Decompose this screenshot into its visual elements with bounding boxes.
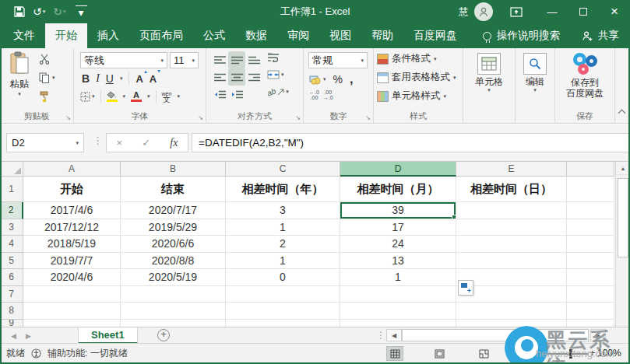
name-box[interactable]: D2▾ — [6, 133, 84, 152]
tab-数据[interactable]: 数据 — [235, 23, 277, 48]
decrease-indent-button[interactable] — [211, 86, 228, 103]
tab-开始[interactable]: 开始 — [45, 23, 87, 48]
clipboard-dialog-launcher[interactable]: ↘ — [65, 114, 71, 121]
cell-B6[interactable]: 2020/5/19 — [121, 269, 226, 286]
formula-input[interactable]: =DATEDIF(A2,B2,"M") — [192, 133, 630, 152]
vertical-scroll-thumb[interactable] — [618, 178, 628, 257]
cell-E3[interactable] — [456, 219, 567, 236]
paste-button[interactable]: 粘贴 ▾ — [5, 51, 34, 110]
italic-button[interactable]: I — [96, 72, 100, 85]
insert-function-button[interactable]: fx — [170, 137, 178, 149]
row-header-7[interactable]: 7 — [0, 286, 23, 303]
close-button[interactable]: × — [599, 0, 630, 23]
cell-F8[interactable] — [567, 303, 614, 320]
fill-color-button[interactable] — [107, 91, 118, 102]
alignment-dialog-launcher[interactable]: ↘ — [295, 114, 301, 121]
align-center-button[interactable] — [228, 68, 245, 86]
cell-styles-button[interactable]: 单元格样式▾ — [377, 89, 456, 103]
col-header-B[interactable]: B — [121, 162, 226, 177]
row-header-3[interactable]: 3 — [0, 219, 23, 236]
increase-decimal-button[interactable]: ←.0.00 — [309, 89, 319, 100]
cell-F5[interactable] — [567, 253, 614, 270]
comma-style-button[interactable]: , — [350, 72, 353, 86]
merge-center-button[interactable]: ▾ — [267, 68, 289, 81]
cancel-button[interactable]: × — [117, 137, 123, 149]
align-top-button[interactable] — [211, 51, 228, 68]
page-break-view-button[interactable] — [475, 346, 492, 361]
zoom-level[interactable]: 100% — [597, 348, 621, 359]
autofill-options-button[interactable]: + — [458, 280, 473, 296]
cell-F4[interactable] — [567, 236, 614, 253]
number-format-select[interactable]: 常规▾ — [308, 52, 368, 68]
sheetbar-splitter[interactable]: ⋮ — [376, 330, 385, 341]
tab-视图[interactable]: 视图 — [319, 23, 361, 48]
align-right-button[interactable] — [245, 68, 262, 86]
cell-A5[interactable]: 2019/7/7 — [23, 253, 121, 270]
customize-qat-button[interactable]: ▾ — [76, 5, 87, 19]
avatar[interactable] — [474, 2, 493, 21]
tab-帮助[interactable]: 帮助 — [361, 23, 403, 48]
row-header-8[interactable]: 8 — [0, 303, 23, 320]
cell-B7[interactable] — [121, 286, 226, 303]
cut-button[interactable] — [39, 53, 55, 65]
scroll-left-button[interactable]: ◀ — [386, 329, 402, 341]
cell-E2[interactable] — [456, 202, 567, 219]
bold-button[interactable]: B — [82, 72, 90, 85]
cell-F3[interactable] — [567, 219, 614, 236]
decrease-decimal-button[interactable]: .00→.0 — [323, 89, 333, 100]
cell-B4[interactable]: 2020/6/6 — [121, 236, 226, 253]
number-dialog-launcher[interactable]: ↘ — [365, 114, 371, 121]
cell-C7[interactable] — [226, 286, 340, 303]
copy-button[interactable]: ▾ — [39, 72, 55, 84]
cell-F2[interactable] — [567, 202, 614, 219]
orientation-button[interactable]: ab ▾ — [267, 86, 289, 98]
font-size-select[interactable]: 11▾ — [170, 52, 199, 68]
ribbon-display-options-icon[interactable] — [510, 7, 523, 17]
scroll-right-button[interactable]: ▶ — [590, 329, 606, 341]
tab-文件[interactable]: 文件 — [3, 23, 45, 48]
font-color-button[interactable]: A — [131, 92, 142, 102]
cell-E1[interactable]: 相差时间（日） — [456, 177, 567, 202]
sheet-next-button[interactable]: ▶ — [26, 332, 31, 340]
borders-button[interactable]: ▾ — [80, 92, 95, 102]
cell-A6[interactable]: 2020/4/6 — [23, 269, 121, 286]
col-header-D[interactable]: D — [340, 162, 456, 177]
row-header-1[interactable]: 1 — [0, 177, 23, 202]
format-as-table-button[interactable]: 套用表格格式▾ — [377, 70, 456, 85]
cell-A2[interactable]: 2017/4/6 — [23, 202, 121, 219]
cell-A7[interactable] — [23, 286, 121, 303]
cell-C3[interactable]: 1 — [226, 219, 340, 236]
tab-审阅[interactable]: 审阅 — [277, 23, 319, 48]
cell-C6[interactable]: 0 — [226, 269, 340, 286]
cell-B2[interactable]: 2020/7/17 — [121, 202, 226, 219]
col-header-C[interactable]: C — [226, 162, 340, 177]
redo-button[interactable]: ↻▾ — [50, 5, 69, 18]
select-all-corner[interactable] — [0, 162, 23, 177]
row-header-6[interactable]: 6 — [0, 269, 23, 286]
row-header-5[interactable]: 5 — [0, 253, 23, 270]
font-dialog-launcher[interactable]: ↘ — [198, 114, 203, 121]
grow-font-button[interactable]: A▲ — [136, 73, 143, 85]
align-left-button[interactable] — [211, 68, 228, 86]
cell-A4[interactable]: 2018/5/19 — [23, 236, 121, 253]
increase-indent-button[interactable] — [228, 86, 245, 103]
cell-B3[interactable]: 2019/5/29 — [121, 219, 226, 236]
new-sheet-button[interactable]: + — [157, 329, 170, 341]
cell-D5[interactable]: 13 — [340, 253, 456, 270]
cell-C5[interactable]: 1 — [226, 253, 340, 270]
cell-B5[interactable]: 2020/8/8 — [121, 253, 226, 270]
font-name-select[interactable]: 等线▾ — [80, 52, 167, 68]
cells-button[interactable]: 单元格 ▾ — [463, 48, 515, 123]
horizontal-scroll-thumb[interactable] — [402, 329, 589, 341]
tab-百度网盘[interactable]: 百度网盘 — [403, 23, 467, 48]
share-button[interactable]: 共享 — [582, 23, 619, 48]
row-header-2[interactable]: 2 — [0, 202, 23, 219]
cell-B8[interactable] — [121, 303, 226, 320]
cell-B1[interactable]: 结束 — [121, 177, 226, 202]
normal-view-button[interactable] — [386, 346, 403, 361]
zoom-slider-thumb[interactable] — [569, 349, 572, 359]
cell-E4[interactable] — [456, 236, 567, 253]
col-header-A[interactable]: A — [23, 162, 121, 177]
sheet-prev-button[interactable]: ◀ — [11, 332, 16, 340]
tab-插入[interactable]: 插入 — [87, 23, 129, 48]
